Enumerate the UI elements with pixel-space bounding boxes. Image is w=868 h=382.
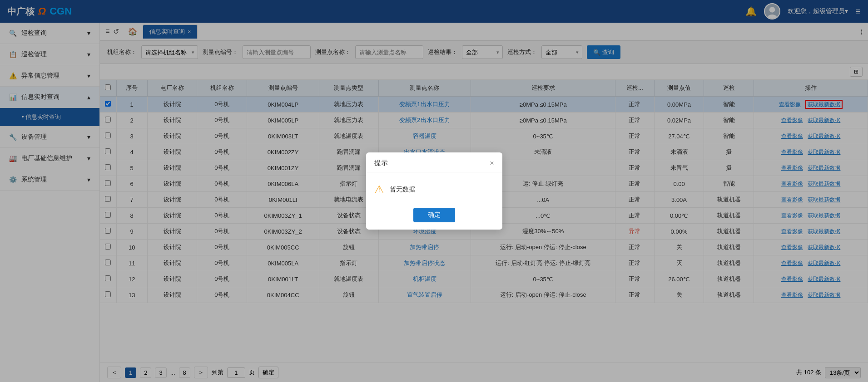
modal-ok-button[interactable]: 确定	[413, 208, 455, 222]
modal-footer: 确定	[366, 203, 502, 230]
modal-close-button[interactable]: ×	[490, 159, 494, 167]
modal-body: ⚠ 暂无数据	[366, 172, 502, 203]
modal-header: 提示 ×	[366, 152, 502, 172]
modal-dialog: 提示 × ⚠ 暂无数据 确定	[366, 152, 502, 230]
modal-warning-icon: ⚠	[374, 183, 384, 196]
modal-title: 提示	[374, 159, 388, 167]
modal-message-text: 暂无数据	[390, 186, 415, 194]
modal-overlay: 提示 × ⚠ 暂无数据 确定	[0, 0, 868, 382]
